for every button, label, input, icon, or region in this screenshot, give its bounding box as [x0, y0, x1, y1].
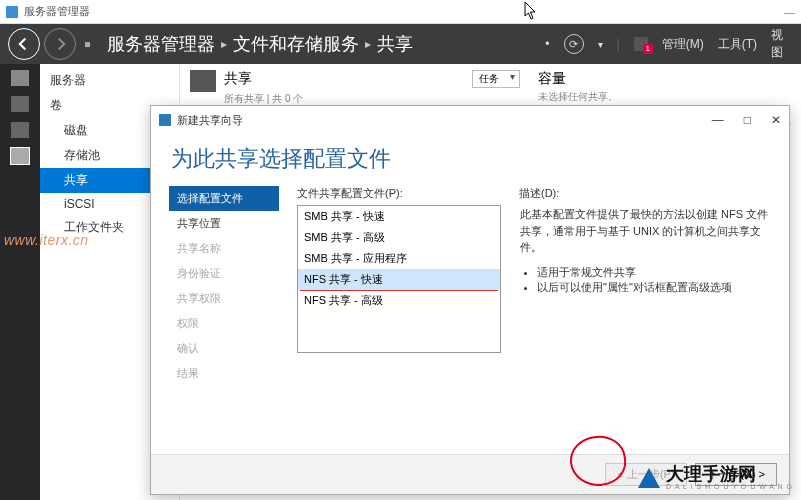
- back-button[interactable]: [8, 28, 40, 60]
- wizard-heading: 为此共享选择配置文件: [151, 134, 789, 178]
- description-bullets: 适用于常规文件共享 以后可以使用"属性"对话框配置高级选项: [519, 265, 771, 295]
- watermark-text: www.iterx.cn: [4, 232, 89, 248]
- main-toolbar: ▪ 服务器管理器 ▸ 文件和存储服务 ▸ 共享 • ⟳ ▾ | 管理(M) 工具…: [0, 24, 801, 64]
- wizard-close-button[interactable]: ✕: [771, 113, 781, 127]
- logo-triangle-icon: [638, 468, 660, 488]
- shares-icon: [190, 70, 216, 92]
- cursor-icon: [524, 1, 538, 21]
- toolbar-bullet-icon: •: [545, 37, 549, 51]
- app-icon: [6, 6, 18, 18]
- breadcrumb: 服务器管理器 ▸ 文件和存储服务 ▸ 共享: [107, 32, 413, 56]
- wizard-icon: [159, 114, 171, 126]
- volume-title: 容量: [538, 70, 791, 88]
- storage-icon[interactable]: [11, 148, 29, 164]
- new-share-wizard: 新建共享向导 — □ ✕ 为此共享选择配置文件 选择配置文件 共享位置 共享名称…: [150, 105, 790, 495]
- profile-nfs-quick[interactable]: NFS 共享 - 快速: [298, 269, 500, 290]
- step-share-perm: 共享权限: [169, 286, 279, 311]
- step-result: 结果: [169, 361, 279, 386]
- wizard-maximize-button[interactable]: □: [744, 113, 751, 127]
- menu-view[interactable]: 视图: [771, 27, 793, 61]
- dashboard-icon[interactable]: [11, 70, 29, 86]
- menu-manage[interactable]: 管理(M): [662, 36, 704, 53]
- logo-text: 大理手游网: [666, 465, 793, 483]
- menu-tools[interactable]: 工具(T): [718, 36, 757, 53]
- servers-icon[interactable]: [11, 96, 29, 112]
- breadcrumb-section[interactable]: 文件和存储服务: [233, 32, 359, 56]
- wizard-titlebar: 新建共享向导 — □ ✕: [151, 106, 789, 134]
- chevron-right-icon: ▸: [221, 37, 227, 51]
- step-confirm: 确认: [169, 336, 279, 361]
- step-select-profile[interactable]: 选择配置文件: [169, 186, 279, 211]
- step-share-name: 共享名称: [169, 236, 279, 261]
- profile-smb-adv[interactable]: SMB 共享 - 高级: [298, 227, 500, 248]
- profile-smb-quick[interactable]: SMB 共享 - 快速: [298, 206, 500, 227]
- description-text: 此基本配置文件提供了最快的方法以创建 NFS 文件共享，通常用于与基于 UNIX…: [519, 205, 771, 257]
- volume-subtitle: 未选择任何共享。: [538, 90, 791, 104]
- app-title: 服务器管理器: [24, 4, 90, 19]
- allservers-icon[interactable]: [11, 122, 29, 138]
- desc-point-2: 以后可以使用"属性"对话框配置高级选项: [537, 280, 771, 295]
- app-titlebar: 服务器管理器 —: [0, 0, 801, 24]
- description-label: 描述(D):: [519, 186, 771, 201]
- breadcrumb-root[interactable]: 服务器管理器: [107, 32, 215, 56]
- shares-title: 共享: [224, 70, 303, 88]
- profile-listbox[interactable]: SMB 共享 - 快速 SMB 共享 - 高级 SMB 共享 - 应用程序 NF…: [297, 205, 501, 353]
- step-auth: 身份验证: [169, 261, 279, 286]
- tasks-dropdown[interactable]: 任务: [472, 70, 520, 88]
- minimize-button[interactable]: —: [784, 6, 795, 18]
- refresh-button[interactable]: ⟳: [564, 34, 584, 54]
- shares-count: 所有共享 | 共 0 个: [224, 93, 303, 104]
- breadcrumb-page[interactable]: 共享: [377, 32, 413, 56]
- toolbar-separator: ▪: [84, 33, 91, 56]
- profile-smb-app[interactable]: SMB 共享 - 应用程序: [298, 248, 500, 269]
- step-location[interactable]: 共享位置: [169, 211, 279, 236]
- category-strip: [0, 64, 40, 500]
- forward-button[interactable]: [44, 28, 76, 60]
- desc-point-1: 适用于常规文件共享: [537, 265, 771, 280]
- logo-subtext: D A L I S H O U Y O U W A N G: [666, 483, 793, 490]
- wizard-steps: 选择配置文件 共享位置 共享名称 身份验证 共享权限 权限 确认 结果: [169, 186, 279, 446]
- profile-list-label: 文件共享配置文件(P):: [297, 186, 501, 201]
- wizard-title: 新建共享向导: [177, 113, 243, 128]
- step-perm: 权限: [169, 311, 279, 336]
- wizard-minimize-button[interactable]: —: [712, 113, 724, 127]
- sidebar-item-servers[interactable]: 服务器: [40, 68, 179, 93]
- chevron-right-icon: ▸: [365, 37, 371, 51]
- toolbar-pipe: |: [617, 37, 620, 51]
- chevron-down-icon: ▾: [598, 39, 603, 50]
- site-logo: 大理手游网 D A L I S H O U Y O U W A N G: [638, 465, 793, 490]
- notifications-icon[interactable]: [634, 37, 648, 51]
- profile-nfs-adv[interactable]: NFS 共享 - 高级: [298, 290, 500, 311]
